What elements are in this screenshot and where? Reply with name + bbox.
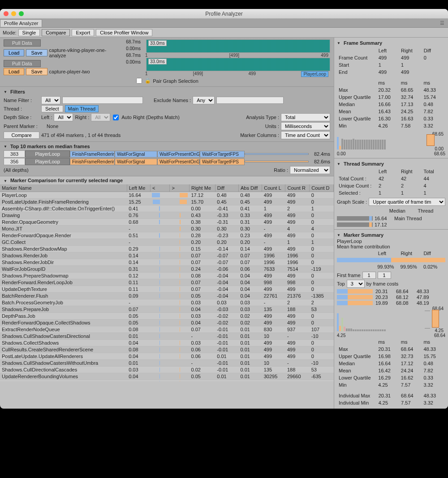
lock-icon: 🔒	[145, 78, 151, 84]
mode-single[interactable]: Single	[18, 29, 40, 36]
filters-panel: Filters Name Filter : All Exclude Names …	[0, 86, 334, 141]
compare-button[interactable]: Compare	[4, 132, 39, 139]
marker-columns[interactable]: Time and Count	[281, 131, 330, 139]
editor-tabbar: Profile Analyzer ☰	[0, 19, 448, 28]
table-row[interactable]: Shadows.CullDirectionalCascades0.03 0.02…	[0, 367, 334, 373]
tab-profile-analyzer[interactable]: Profile Analyzer	[0, 19, 42, 27]
table-row[interactable]: Shadows.PrepareShadowmap0.12 0.08-0.040.…	[0, 273, 334, 279]
table-row[interactable]: PostLateUpdate.FinishFrameRendering15.25…	[0, 199, 334, 205]
pull-data-b[interactable]: Pull Data	[4, 60, 41, 67]
table-row[interactable]: DepthPass.Job0.05 0.03-0.020.024994990	[0, 313, 334, 320]
table-row[interactable]: Shadows.CollectShadows0.04 0.03-0.010.01…	[0, 340, 334, 346]
auto-right-check[interactable]	[113, 115, 119, 120]
col-header[interactable]: Count R	[285, 184, 310, 192]
frame-summary-head[interactable]: Frame Summary	[337, 39, 445, 47]
table-row[interactable]: RenderForwardOpaque.Render0.51 0.28-0.23…	[0, 232, 334, 239]
playerloop-badge: PlayerLoop	[301, 71, 328, 77]
table-row[interactable]: Shadows.CullShadowCastersDirectional0.01…	[0, 333, 334, 340]
col-header[interactable]: Marker Name	[0, 184, 127, 192]
tab-menu-icon[interactable]: ☰	[436, 20, 448, 26]
marker-comparison-panel: Marker Comparison for currently selected…	[0, 176, 334, 381]
col-header[interactable]: Count D	[310, 184, 334, 192]
save-b[interactable]: Save	[26, 68, 47, 75]
table-row[interactable]: Render.TransparentGeometry0.03 0.02-0.01…	[0, 380, 334, 382]
top10-row[interactable]: 356PlayerLoopFinishFrameRenderingWaitFor…	[4, 158, 330, 165]
table-row[interactable]: Drawing0.76 0.43-0.330.334994990	[0, 212, 334, 219]
timeline-b[interactable]: 33.0ms	[146, 58, 330, 71]
top10-head[interactable]: Top 10 markers on median frames	[4, 143, 330, 150]
captures-panel: Pull Data Load Save capture-viking-playe…	[0, 38, 334, 86]
depth-left[interactable]: All	[54, 113, 73, 121]
table-row[interactable]: GC.Collect- 0.200.200.20-11	[0, 239, 334, 246]
timeline-a[interactable]: 33.0ms	[146, 39, 330, 53]
mode-label: Mode:	[3, 30, 17, 35]
mode-compare[interactable]: Compare	[42, 29, 70, 36]
exclude-input[interactable]	[216, 97, 284, 104]
side-panel: Frame Summary LeftRightDiffFrame Count49…	[334, 38, 448, 409]
table-row[interactable]: Shadows.RenderShadowMap0.29 0.15-0.140.1…	[0, 246, 334, 252]
col-header[interactable]: Abs Diff	[238, 184, 262, 192]
table-row[interactable]: Batch.ProcessGeometryJob- 0.030.030.03-2…	[0, 299, 334, 306]
name-filter-mode[interactable]: All	[41, 96, 60, 104]
capture-a-file: capture-viking-player-one-analyze	[49, 47, 116, 58]
thread-badge[interactable]: Main Thread	[65, 105, 99, 112]
col-header[interactable]: >	[170, 184, 190, 192]
table-row[interactable]: ExtractRenderNodeQueue0.08 0.07-0.010.01…	[0, 326, 334, 333]
col-header[interactable]: Right Me	[189, 184, 215, 192]
table-row[interactable]: WaitForJobGroupID0.31 0.24-0.060.0676337…	[0, 266, 334, 273]
top-n[interactable]: 3	[347, 280, 365, 288]
table-row[interactable]: BatchRenderer.Flush0.09 0.05-0.040.04227…	[0, 293, 334, 299]
pair-graph-label: Pair Graph Selection	[153, 78, 198, 84]
table-row[interactable]: Shadows.RenderJobDir0.14 0.07-0.070.0719…	[0, 259, 334, 266]
ratio-select[interactable]: Normalized	[290, 166, 330, 174]
table-row[interactable]: UpdateDepthTexture0.11 0.07-0.040.044994…	[0, 286, 334, 293]
exclude-mode[interactable]: Any	[193, 96, 215, 104]
window-title: Profile Analyzer	[0, 11, 448, 17]
pair-graph-check[interactable]	[136, 78, 142, 84]
close-profiler-button[interactable]: Close Profiler Window	[96, 29, 152, 36]
app-window: Profile Analyzer Profile Analyzer ☰ Mode…	[0, 9, 448, 409]
units-select[interactable]: Milliseconds	[281, 122, 330, 130]
top-markers-panel: Top 10 markers on median frames 383Playe…	[0, 141, 334, 176]
table-row[interactable]: UpdateRendererBoundingVolumes0.04 0.050.…	[0, 373, 334, 380]
table-row[interactable]: CullResults.CreateSharedRendererScene0.0…	[0, 346, 334, 353]
marker-summary-head[interactable]: Marker Summary	[337, 231, 445, 239]
first-frame-l[interactable]: 1	[362, 272, 376, 279]
col-header[interactable]: Diff	[215, 184, 238, 192]
table-row[interactable]: Shadows.PrepareJob0.07 0.04-0.030.031351…	[0, 306, 334, 313]
table-row[interactable]: Shadows.RenderJob0.14 0.07-0.070.0719961…	[0, 252, 334, 259]
first-frame-r[interactable]: 1	[378, 272, 391, 279]
marker-table[interactable]: Marker NameLeft Me<>Right MeDiffAbs Diff…	[0, 184, 334, 381]
col-header[interactable]: <	[150, 184, 170, 192]
capture-b-file: capture-player-two	[49, 69, 90, 74]
table-row[interactable]: RenderForward.RenderLoopJob0.11 0.07-0.0…	[0, 279, 334, 286]
graph-scale[interactable]: Upper quartile of frame tim	[369, 198, 445, 206]
titlebar[interactable]: Profile Analyzer	[0, 9, 448, 19]
table-row[interactable]: PlayerLoop16.64 17.120.480.484994990	[0, 192, 334, 199]
load-b[interactable]: Load	[4, 68, 24, 75]
col-header[interactable]: Left Me	[127, 184, 150, 192]
thread-summary-head[interactable]: Thread Summary	[337, 160, 445, 167]
table-row[interactable]: Assembly-CSharp.dll!::Collectable.OnTrig…	[0, 205, 334, 212]
load-a[interactable]: Load	[4, 49, 24, 56]
save-a[interactable]: Save	[26, 49, 47, 56]
table-row[interactable]: Render.OpaqueGeometry0.68 0.38-0.310.314…	[0, 219, 334, 226]
table-row[interactable]: RenderForwardOpaque.CollectShadows0.05 0…	[0, 320, 334, 326]
filters-head[interactable]: Filters	[4, 88, 330, 95]
table-row[interactable]: Shadows.CullShadowCastersWithoutUmbra0.0…	[0, 360, 334, 367]
top10-row[interactable]: 383PlayerLoopFinishFrameRenderingWaitFor…	[4, 150, 330, 158]
analysis-type[interactable]: Total	[281, 113, 330, 121]
mode-bar: Mode: Single Compare Export Close Profil…	[0, 28, 448, 38]
pull-data-a[interactable]: Pull Data	[4, 39, 41, 47]
depth-right[interactable]: All	[91, 113, 110, 121]
table-row[interactable]: PostLateUpdate.UpdateAllRenderers0.04 0.…	[0, 353, 334, 360]
thread-select[interactable]: Select	[41, 105, 63, 112]
col-header[interactable]: Count L	[262, 184, 285, 192]
table-row[interactable]: Mono.JIT- 0.300.300.30-44	[0, 226, 334, 232]
name-filter-input[interactable]	[62, 97, 143, 104]
export-button[interactable]: Export	[72, 29, 94, 36]
